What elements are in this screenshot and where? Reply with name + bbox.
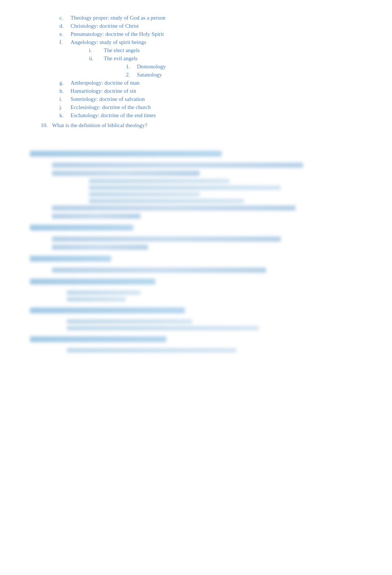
list-item: e. Pneumatology: doctrine of the Holy Sp…: [30, 31, 362, 37]
item-text: Anthropology: doctrine of man: [71, 80, 362, 86]
item-marker: d.: [59, 23, 71, 29]
item-marker: e.: [59, 31, 71, 37]
item-marker: i.: [89, 47, 104, 54]
item-text: The evil angels: [104, 55, 362, 62]
item-text: Demonology: [137, 64, 362, 70]
item-text: Pneumatology: doctrine of the Holy Spiri…: [71, 31, 362, 37]
list-item: j. Ecclesiology: doctrine of the church: [30, 104, 362, 110]
item-text: Christology: doctrine of Christ: [71, 23, 362, 29]
content-area: c. Theology proper: study of God as a pe…: [30, 15, 362, 353]
item-marker: ii.: [89, 55, 104, 62]
item-text: What is the definition of biblical theol…: [52, 122, 362, 129]
item-marker: c.: [59, 15, 71, 21]
item-text: The elect angels: [104, 47, 362, 54]
item-marker: j.: [59, 104, 71, 110]
item-text: Ecclesiology: doctrine of the church: [71, 104, 362, 110]
blurred-content: [30, 151, 362, 353]
item-text: Angelology: study of spirit beings: [71, 39, 362, 45]
item-text: Theology proper: study of God as a perso…: [71, 15, 362, 21]
item-marker: g.: [59, 80, 71, 86]
item-marker: k.: [59, 112, 71, 119]
list-item: g. Anthropology: doctrine of man: [30, 80, 362, 86]
list-item: 2. Satanology: [30, 72, 362, 78]
list-item: c. Theology proper: study of God as a pe…: [30, 15, 362, 21]
item-marker: 2.: [126, 72, 137, 78]
list-item: i. The elect angels: [30, 47, 362, 54]
list-item: i. Soteriology: doctrine of salvation: [30, 96, 362, 102]
item-marker: 1.: [126, 64, 137, 70]
item-text: Soteriology: doctrine of salvation: [71, 96, 362, 102]
item-text: Hamartiology: doctrine of sin: [71, 88, 362, 94]
numbered-item-10: 10. What is the definition of biblical t…: [30, 122, 362, 129]
list-item: 1. Demonology: [30, 64, 362, 70]
item-marker: i.: [59, 96, 71, 102]
list-item: d. Christology: doctrine of Christ: [30, 23, 362, 29]
list-item: f. Angelology: study of spirit beings: [30, 39, 362, 45]
item-text: Satanology: [137, 72, 362, 78]
letter-items-list: c. Theology proper: study of God as a pe…: [30, 15, 362, 119]
item-text: Eschatology: doctrine of the end times: [71, 112, 362, 119]
list-item: k. Eschatology: doctrine of the end time…: [30, 112, 362, 119]
item-marker: 10.: [30, 122, 52, 129]
list-item: h. Hamartiology: doctrine of sin: [30, 88, 362, 94]
list-item: ii. The evil angels: [30, 55, 362, 62]
item-marker: h.: [59, 88, 71, 94]
item-marker: f.: [59, 39, 71, 45]
